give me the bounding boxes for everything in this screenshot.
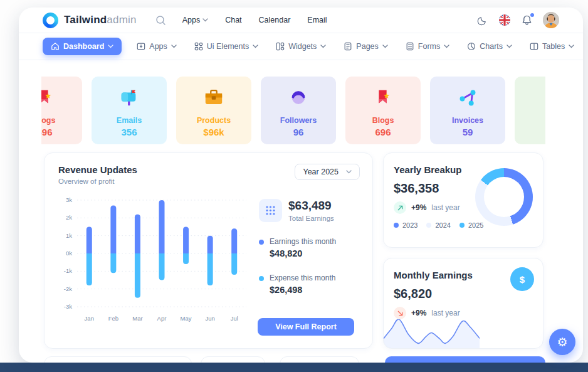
- svg-text:★: ★: [45, 92, 51, 100]
- top-menu-item-calendar[interactable]: Calendar: [259, 16, 291, 24]
- stat-value: 96: [261, 127, 336, 137]
- stat-card-products[interactable]: Products$96k: [176, 77, 251, 144]
- stat-value: 356: [92, 127, 167, 137]
- stat-card-partial[interactable]: [515, 77, 545, 144]
- tables-icon: [530, 42, 538, 51]
- nav-item-ui-elements[interactable]: Ui Elements: [192, 38, 261, 55]
- logo-light: admin: [107, 14, 136, 26]
- svg-text:-2k: -2k: [64, 285, 72, 292]
- nav-item-widgets[interactable]: Widgets: [273, 38, 328, 55]
- svg-text:Feb: Feb: [108, 315, 118, 322]
- svg-text:May: May: [181, 315, 192, 322]
- dark-mode-moon-icon[interactable]: [477, 15, 488, 26]
- stat-card-followers[interactable]: Followers96: [261, 77, 336, 144]
- search-icon[interactable]: [155, 15, 166, 26]
- stat-label: Invoices: [430, 116, 505, 125]
- svg-text:Jul: Jul: [231, 315, 238, 322]
- nav-item-pages[interactable]: Pages: [341, 38, 390, 55]
- top-right-actions: [477, 12, 559, 28]
- revenue-bar-chart: 3k2k1k0k-1k-2k-3kJanFebMarAprMayJunJul: [58, 191, 254, 328]
- svg-text:Mar: Mar: [132, 315, 142, 322]
- stat-value: 696: [41, 127, 82, 137]
- stat-label: Blogs: [345, 116, 421, 125]
- year-select-dropdown[interactable]: Year 2025: [295, 164, 360, 180]
- notifications-bell-icon[interactable]: [522, 14, 532, 26]
- user-avatar[interactable]: [543, 12, 559, 28]
- nav-item-charts[interactable]: Charts: [465, 38, 515, 55]
- right-column: Yearly Breakup $36,358 +9% last year 202…: [383, 152, 543, 349]
- dashboard-window: Tailwindadmin AppsChatCalendarEmail: [19, 8, 583, 363]
- home-icon: [51, 42, 60, 51]
- nav-item-tables[interactable]: Tables: [527, 38, 577, 55]
- stat-card-blogs[interactable]: ★Blogs696: [345, 77, 421, 144]
- stat-card-emails[interactable]: Emails356: [92, 77, 167, 144]
- yearly-change: +9%: [411, 203, 426, 212]
- svg-text:1k: 1k: [66, 232, 72, 239]
- nav-item-label: Dashboard: [63, 42, 104, 51]
- grid-dots-icon: [259, 199, 282, 222]
- year-select-value: Year 2025: [303, 167, 339, 176]
- app-logo[interactable]: Tailwindadmin: [43, 13, 137, 28]
- nav-item-apps[interactable]: Apps: [134, 38, 179, 55]
- view-full-report-button[interactable]: View Full Report: [258, 318, 354, 336]
- pages-icon: [344, 42, 352, 51]
- partial-blue-card: [385, 356, 545, 363]
- next-row-partial: [44, 356, 545, 363]
- stat-value: 59: [430, 127, 505, 137]
- language-flag-icon[interactable]: [498, 14, 511, 26]
- expense-legend-dot: [259, 276, 264, 281]
- nav-item-label: Charts: [480, 42, 503, 51]
- yearly-breakup-card: Yearly Breakup $36,358 +9% last year 202…: [383, 152, 543, 248]
- legend-item-2025: 2025: [459, 221, 483, 229]
- stat-label: Products: [176, 116, 251, 125]
- nav-item-label: Pages: [356, 42, 378, 51]
- nav-item-label: Widgets: [288, 42, 317, 51]
- nav-item-label: Forms: [418, 42, 440, 51]
- total-earnings-value: $63,489: [288, 199, 334, 213]
- logo-icon: [43, 13, 58, 28]
- stat-icon: [515, 86, 545, 110]
- svg-text:0k: 0k: [66, 250, 72, 257]
- trend-up-icon: [394, 201, 406, 214]
- top-menu-item-apps[interactable]: Apps: [182, 16, 209, 24]
- partial-card: [201, 356, 265, 363]
- nav-item-dashboard[interactable]: Dashboard: [43, 38, 122, 55]
- forms-icon: [406, 42, 414, 51]
- bookmark-star-icon: ★: [41, 86, 82, 110]
- mailbox-icon: [92, 86, 167, 110]
- yearly-donut-chart: [475, 168, 533, 226]
- earnings-value: $48,820: [270, 248, 336, 258]
- nav-item-label: Apps: [149, 42, 167, 51]
- page-background: Tailwindadmin AppsChatCalendarEmail: [0, 0, 588, 372]
- svg-text:3k: 3k: [66, 196, 72, 203]
- stat-label: Followers: [261, 116, 336, 125]
- monthly-earnings-card: Monthly Earnings $ $6,820 +9% last year: [383, 258, 543, 349]
- top-menu-item-chat[interactable]: Chat: [225, 16, 241, 24]
- stats-carousel: ★Blogs696Emails356Products$96kFollowers9…: [41, 77, 545, 144]
- revenue-summary-panel: $63,489 Total Earnings Earnings this mon…: [254, 191, 354, 337]
- stat-value: 696: [345, 127, 421, 137]
- trend-down-icon: [394, 307, 406, 319]
- svg-text:-1k: -1k: [64, 267, 72, 274]
- apps-icon: [137, 42, 145, 51]
- settings-gear-button[interactable]: ⚙: [549, 329, 575, 355]
- chevron-down-icon: [346, 170, 352, 174]
- stat-card-invoices[interactable]: Invoices59: [430, 77, 505, 144]
- top-menu: AppsChatCalendarEmail: [182, 16, 327, 24]
- expense-value: $26,498: [270, 285, 335, 295]
- main-grid: Revenue Updates Overview of profit Year …: [44, 152, 545, 349]
- dollar-icon-button[interactable]: $: [510, 267, 534, 291]
- bookmark-star-icon: ★: [345, 86, 421, 110]
- secondary-navbar: DashboardAppsUi ElementsWidgetsPagesForm…: [19, 33, 583, 60]
- earnings-label: Earnings this month: [270, 237, 336, 246]
- notification-dot: [530, 13, 534, 17]
- svg-text:★: ★: [383, 92, 390, 100]
- person-icon: [261, 86, 336, 110]
- earnings-legend-dot: [259, 240, 264, 245]
- stat-card-blogs[interactable]: ★Blogs696: [41, 77, 82, 144]
- top-menu-item-email[interactable]: Email: [307, 16, 327, 24]
- monthly-sparkline-chart: [384, 319, 480, 348]
- legend-item-2023: 2023: [394, 221, 417, 229]
- footer-navy-strip: [0, 363, 588, 372]
- nav-item-forms[interactable]: Forms: [403, 38, 452, 55]
